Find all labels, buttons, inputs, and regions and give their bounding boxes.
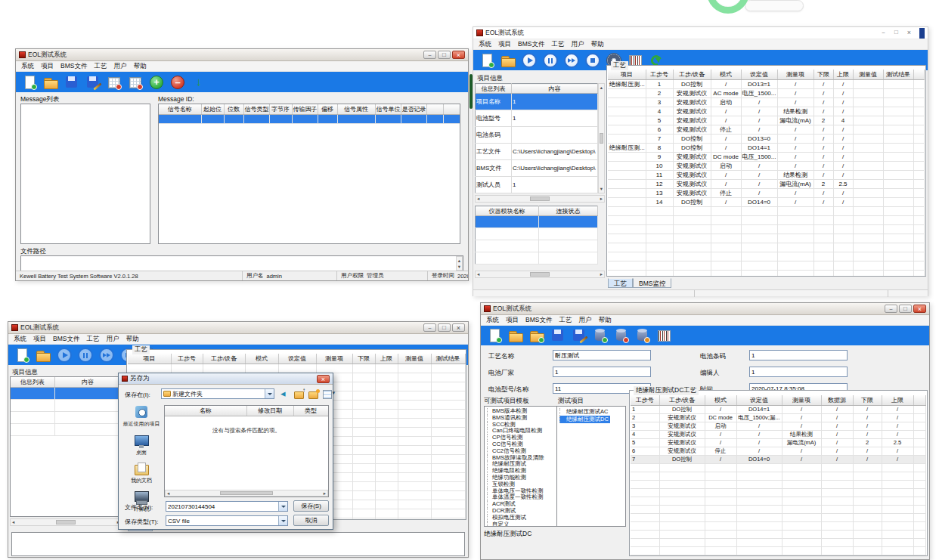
column-header[interactable]: 内容 — [512, 84, 598, 94]
column-header[interactable]: 下限 — [853, 395, 882, 405]
menu-item[interactable]: 项目 — [506, 316, 519, 325]
save-in-combobox[interactable]: 新建文件夹 — [161, 388, 274, 399]
pause-icon[interactable] — [543, 53, 558, 68]
menu-item[interactable]: 项目 — [41, 62, 54, 71]
menu-item[interactable]: 工艺 — [559, 316, 572, 325]
table-row[interactable] — [11, 411, 121, 423]
editor-input[interactable] — [749, 367, 848, 377]
menu-item[interactable]: 用户 — [113, 62, 126, 71]
menu-item[interactable]: BMS文件 — [525, 316, 552, 325]
column-header[interactable]: 上限 — [882, 395, 913, 405]
maximize-button[interactable] — [899, 305, 912, 313]
table-row[interactable]: 电池型号1 — [476, 110, 598, 127]
close-button[interactable] — [903, 29, 915, 37]
column-header[interactable]: 信息列表 — [476, 84, 512, 94]
process-name-input[interactable] — [553, 350, 651, 360]
info-horizontal-scrollbar[interactable]: ◂▸ — [475, 195, 605, 203]
place-desktop[interactable]: 桌面 — [122, 434, 161, 456]
column-header[interactable]: 修改日期 — [246, 406, 293, 416]
column-header[interactable]: 下限 — [352, 354, 375, 364]
table-row[interactable] — [159, 114, 460, 123]
table-row[interactable]: 7DO控制/DO13=0/// — [608, 134, 924, 143]
column-header[interactable]: 工步号 — [646, 70, 673, 79]
table-row[interactable] — [631, 463, 925, 472]
table-row[interactable] — [608, 206, 924, 215]
table-row[interactable]: BMS文件C:\Users\lichangjiang\Desktop\ — [476, 160, 598, 177]
column-header[interactable] — [443, 104, 460, 114]
table-row[interactable]: 4安规测试仪//结果检测/// — [631, 430, 925, 438]
close-button[interactable] — [452, 323, 465, 332]
dropdown-arrow-icon[interactable] — [278, 516, 287, 525]
menu-item[interactable]: BMS文件 — [518, 40, 544, 49]
info-horizontal-scrollbar[interactable]: ◂▸ — [10, 518, 122, 526]
table-row[interactable] — [476, 252, 598, 265]
menu-item[interactable]: 工艺 — [94, 62, 107, 71]
column-header[interactable]: 数据源 — [821, 395, 853, 405]
new-folder-icon[interactable] — [308, 388, 320, 399]
menu-item[interactable]: 用户 — [571, 40, 584, 49]
column-header[interactable]: 字节序 — [269, 104, 292, 114]
column-header[interactable]: 偏移 — [318, 104, 337, 114]
open-folder-icon[interactable] — [36, 348, 51, 363]
column-header[interactable]: 上限 — [375, 354, 398, 364]
table-row[interactable]: 6安规测试仪停止///// — [631, 447, 925, 455]
table-row[interactable] — [631, 546, 925, 555]
table-row[interactable]: 13安规测试仪停止//// — [608, 188, 924, 197]
place-documents[interactable]: 我的文档 — [122, 462, 161, 484]
menu-item[interactable]: 帮助 — [126, 335, 138, 344]
table-row[interactable]: 9安规测试仪DC mode电压_1500.../// — [608, 152, 924, 161]
column-header[interactable]: 是否记录 — [401, 104, 426, 114]
menu-item[interactable]: BMS文件 — [53, 335, 79, 344]
table-row[interactable]: 11安规测试仪//结果检测// — [608, 170, 924, 179]
table-row[interactable]: 绝缘耐压测...8DO控制/DO14=1/// — [608, 143, 924, 152]
column-header[interactable]: 信号单位 — [375, 104, 401, 114]
table-row[interactable]: 2安规测试仪AC mode电压_1500.../// — [608, 88, 924, 97]
table-row[interactable]: 测试人员1 — [476, 177, 598, 193]
column-header[interactable]: 模式 — [705, 395, 736, 405]
column-header[interactable]: 信号名称 — [159, 104, 201, 114]
column-header[interactable]: 信号属性 — [337, 104, 375, 114]
table-row[interactable] — [128, 364, 465, 373]
file-list-horizontal-scrollbar[interactable]: ◂▸ — [165, 490, 328, 497]
table-row[interactable] — [631, 480, 925, 488]
table-row[interactable] — [608, 224, 924, 234]
table-row[interactable]: 电池条码 — [476, 127, 598, 144]
column-header[interactable]: 仪器模块名称 — [476, 206, 539, 216]
column-header[interactable]: 名称 — [165, 406, 246, 416]
save-as-icon[interactable] — [85, 75, 101, 90]
table-row[interactable]: 1DO控制/DO14=1//// — [631, 405, 925, 413]
file-type-combobox[interactable]: CSV file — [166, 515, 288, 526]
save-as-icon[interactable] — [572, 328, 587, 343]
toggle-knob-icon[interactable] — [707, 0, 749, 14]
cancel-button[interactable]: 取消 — [293, 515, 329, 526]
menu-item[interactable]: 项目 — [33, 335, 46, 344]
table-row[interactable]: 10安规测试仪启动//// — [608, 161, 924, 170]
table-row[interactable] — [608, 215, 924, 224]
title-bar[interactable]: EOL测试系统 — [16, 49, 468, 61]
column-header[interactable]: 连接状态 — [539, 206, 598, 216]
table-row[interactable] — [608, 252, 924, 261]
save-icon[interactable] — [550, 328, 566, 343]
column-header[interactable] — [913, 70, 924, 79]
table-row[interactable]: 绝缘耐压测...1DO控制/DO13=1/// — [608, 79, 924, 88]
save-icon[interactable] — [64, 75, 79, 90]
menu-item[interactable]: 系统 — [21, 62, 34, 71]
battery-maker-input[interactable] — [553, 367, 651, 377]
table-row[interactable]: 5安规测试仪//漏电流(mA)24 — [608, 116, 924, 125]
table-row[interactable]: 2安规测试仪DC mode电压_1500v;漏...//// — [631, 413, 925, 422]
column-header[interactable]: 传输因子 — [292, 104, 318, 114]
place-recent[interactable]: 最近使用的项目 — [122, 405, 161, 427]
battery-barcode-input[interactable] — [749, 350, 848, 360]
play-icon[interactable] — [522, 53, 537, 68]
toggle-track[interactable] — [745, 0, 804, 11]
menu-item[interactable]: 系统 — [479, 40, 491, 49]
column-header[interactable]: 模式 — [245, 354, 278, 364]
tab-bms-monitor[interactable]: BMS监控 — [633, 278, 671, 288]
table-row[interactable]: 6安规测试仪停止//// — [608, 125, 924, 134]
table-row[interactable]: 14DO控制/DO14=0/// — [608, 197, 924, 206]
tree-item-ac[interactable]: 绝缘耐压测试AC — [559, 408, 609, 416]
dialog-title-bar[interactable]: 另存为 — [119, 373, 333, 385]
table-row[interactable] — [631, 513, 925, 521]
table-row[interactable]: 12安规测试仪//漏电流(mA)22.5 — [608, 179, 924, 188]
menu-item[interactable]: 工艺 — [551, 40, 564, 49]
